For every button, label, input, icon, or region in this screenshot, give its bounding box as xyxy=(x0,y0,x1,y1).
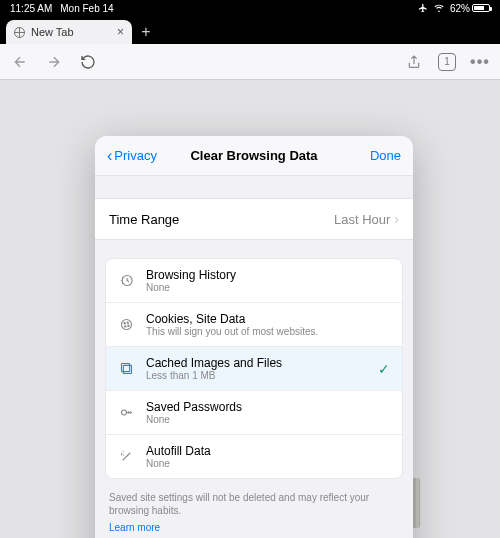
svg-point-5 xyxy=(127,325,128,326)
new-tab-button[interactable]: + xyxy=(132,20,160,44)
item-passwords[interactable]: Saved Passwords None xyxy=(106,391,402,435)
wand-icon xyxy=(118,449,134,465)
tab-title: New Tab xyxy=(31,26,74,38)
share-button[interactable] xyxy=(404,52,424,72)
item-browsing-history[interactable]: Browsing History None xyxy=(106,259,402,303)
browser-tab[interactable]: New Tab × xyxy=(6,20,132,44)
clear-browsing-data-modal: ‹ Privacy Clear Browsing Data Done Time … xyxy=(95,136,413,538)
item-subtitle: None xyxy=(146,458,211,469)
cache-icon xyxy=(118,361,134,377)
svg-point-1 xyxy=(121,320,131,330)
back-button[interactable] xyxy=(10,52,30,72)
modal-title: Clear Browsing Data xyxy=(190,148,317,163)
item-subtitle: None xyxy=(146,282,236,293)
battery-indicator: 62% xyxy=(450,3,490,14)
tab-count-button[interactable]: 1 xyxy=(438,53,456,71)
svg-point-8 xyxy=(121,410,126,415)
item-subtitle: None xyxy=(146,414,242,425)
battery-percent: 62% xyxy=(450,3,470,14)
modal-done-label: Done xyxy=(370,148,401,163)
checkmark-icon: ✓ xyxy=(378,361,390,377)
key-icon xyxy=(118,405,134,421)
item-cached-files[interactable]: Cached Images and Files Less than 1 MB ✓ xyxy=(106,347,402,391)
modal-done-button[interactable]: Done xyxy=(370,148,401,163)
item-title: Cached Images and Files xyxy=(146,356,282,370)
item-title: Saved Passwords xyxy=(146,400,242,414)
modal-back-button[interactable]: ‹ Privacy xyxy=(107,148,157,164)
modal-back-label: Privacy xyxy=(114,148,157,163)
close-tab-icon[interactable]: × xyxy=(117,26,124,38)
wifi-icon xyxy=(433,3,445,13)
tab-strip: New Tab × + xyxy=(0,16,500,44)
item-cookies[interactable]: Cookies, Site Data This will sign you ou… xyxy=(106,303,402,347)
item-title: Autofill Data xyxy=(146,444,211,458)
time-range-label: Time Range xyxy=(109,212,179,227)
tab-count: 1 xyxy=(444,56,450,67)
item-subtitle: This will sign you out of most websites. xyxy=(146,326,318,337)
svg-point-4 xyxy=(124,326,125,327)
item-title: Browsing History xyxy=(146,268,236,282)
status-time: 11:25 AM xyxy=(10,3,52,14)
cookie-icon xyxy=(118,317,134,333)
footnote-text: Saved site settings will not be deleted … xyxy=(95,479,413,519)
svg-point-2 xyxy=(124,323,125,324)
browser-toolbar: 1 ••• xyxy=(0,44,500,80)
svg-rect-6 xyxy=(121,364,129,372)
learn-more-link[interactable]: Learn more xyxy=(95,522,174,538)
globe-icon xyxy=(14,27,25,38)
time-range-row[interactable]: Time Range Last Hour › xyxy=(95,198,413,240)
airplane-mode-icon xyxy=(418,3,428,13)
status-date: Mon Feb 14 xyxy=(60,3,113,14)
history-icon xyxy=(118,273,134,289)
reload-button[interactable] xyxy=(78,52,98,72)
item-subtitle: Less than 1 MB xyxy=(146,370,282,381)
svg-rect-7 xyxy=(123,365,131,373)
item-title: Cookies, Site Data xyxy=(146,312,318,326)
modal-header: ‹ Privacy Clear Browsing Data Done xyxy=(95,136,413,176)
item-autofill[interactable]: Autofill Data None xyxy=(106,435,402,478)
svg-point-3 xyxy=(127,322,128,323)
time-range-value: Last Hour xyxy=(334,212,390,227)
overflow-menu-button[interactable]: ••• xyxy=(470,52,490,72)
data-type-list: Browsing History None Cookies, Site Data… xyxy=(105,258,403,479)
status-bar: 11:25 AM Mon Feb 14 62% xyxy=(0,0,500,16)
chevron-left-icon: ‹ xyxy=(107,148,112,164)
chevron-right-icon: › xyxy=(394,211,399,227)
forward-button[interactable] xyxy=(44,52,64,72)
